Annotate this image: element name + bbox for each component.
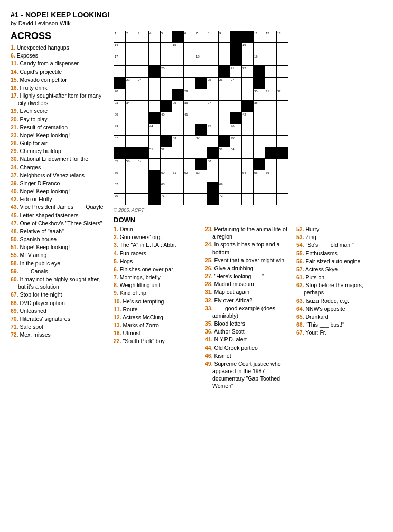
cell-3-5: [172, 66, 184, 78]
cell-3-9: [219, 66, 230, 78]
cell-10-0: [114, 147, 126, 159]
down-clue-28: 28. Madrid museum: [205, 280, 291, 288]
cell-10-8: [207, 147, 219, 159]
across-clue-71: 71. Safe spot: [11, 323, 108, 330]
cell-10-9: 53: [219, 147, 230, 159]
down-clue-67: 67. Your: Fr.: [296, 329, 382, 336]
down-clue-61: 61. Puts on: [296, 273, 382, 281]
cell-9-6: [184, 136, 195, 147]
cell-8-6: [184, 124, 195, 136]
cell-4-1: 23: [126, 78, 137, 89]
cell-9-0: 47: [114, 136, 126, 147]
across-header: ACROSS: [11, 31, 108, 42]
cell-8-13: [265, 124, 277, 136]
cell-5-5: [172, 89, 184, 101]
cell-12-14: [277, 170, 288, 182]
down-clue-8: 8. Weightlifting unit: [114, 281, 200, 289]
across-clue-69: 69. Unleashed: [11, 307, 108, 315]
cell-9-1: [126, 136, 137, 147]
cell-13-4: 68: [161, 182, 172, 194]
cell-0-12: 11: [254, 31, 265, 43]
cell-13-2: [137, 182, 149, 194]
across-clue-29: 29. Chimney buildup: [11, 147, 108, 155]
cell-3-6: [184, 66, 195, 78]
cell-10-7: [195, 147, 207, 159]
cell-0-9: 9: [219, 31, 230, 43]
across-clue-70: 70. Illiterates' signatures: [11, 315, 108, 322]
cell-11-13: [265, 159, 277, 170]
cell-4-0: [114, 78, 126, 89]
cell-8-7: [195, 124, 207, 136]
cell-6-4: [161, 101, 172, 112]
cell-4-7: [195, 78, 207, 89]
across-clue-30: 30. National Endowment for the ___: [11, 155, 108, 163]
cell-12-10: [230, 170, 242, 182]
cell-2-4: [161, 54, 172, 66]
cell-11-12: [254, 159, 265, 170]
cell-7-3: [149, 112, 161, 124]
cell-6-5: 35: [172, 101, 184, 112]
cell-10-11: [242, 147, 254, 159]
cell-7-0: 39: [114, 112, 126, 124]
cell-12-8: [207, 170, 219, 182]
down-clue-66: 66. "This ___ bust!": [296, 321, 382, 328]
across-clue-43: 43. Vice President James ___ Quayle: [11, 203, 108, 211]
across-clue-19: 19. Even score: [11, 107, 108, 115]
across-clue-60: 60. It may not be highly sought after, b…: [11, 276, 108, 290]
cell-8-11: [242, 124, 254, 136]
cell-1-10: [230, 43, 242, 54]
cell-9-9: [219, 136, 230, 147]
cell-13-13: [265, 182, 277, 194]
cell-14-2: [137, 194, 149, 205]
cell-12-1: [126, 170, 137, 182]
down-clue-35: 35. Blood letters: [205, 320, 291, 327]
cell-6-8: 37: [207, 101, 219, 112]
cell-11-6: [184, 159, 195, 170]
cell-12-13: 66: [265, 170, 277, 182]
cell-2-8: [207, 54, 219, 66]
cell-1-3: [149, 43, 161, 54]
cell-5-13: 31: [265, 89, 277, 101]
cell-2-14: [277, 54, 288, 66]
cell-3-3: [149, 66, 161, 78]
cell-11-3: [149, 159, 161, 170]
cell-0-10: [230, 31, 242, 43]
across-clue-21: 21. Result of cremation: [11, 124, 108, 131]
cell-11-5: [172, 159, 184, 170]
cell-1-9: [219, 43, 230, 54]
cell-10-2: [137, 147, 149, 159]
cell-13-14: [277, 182, 288, 194]
cell-1-8: [207, 43, 219, 54]
cell-0-7: 7: [195, 31, 207, 43]
across-clue-42: 42. Fido or Fluffy: [11, 195, 108, 203]
cell-8-0: 43: [114, 124, 126, 136]
cell-4-11: [242, 78, 254, 89]
cell-5-7: [195, 89, 207, 101]
across-clue-16: 16. Fruity drink: [11, 84, 108, 91]
cell-7-13: [265, 112, 277, 124]
cell-0-14: 13: [277, 31, 288, 43]
cell-2-2: [137, 54, 149, 66]
cell-1-2: [137, 43, 149, 54]
cell-9-13: [265, 136, 277, 147]
cell-13-10: [230, 182, 242, 194]
across-clue-1: 1. Unexpected hangups: [11, 44, 108, 51]
byline: by David Levinson Wilk: [11, 20, 382, 26]
cell-3-11: 22: [242, 66, 254, 78]
cell-10-14: [277, 147, 288, 159]
cell-3-14: [277, 66, 288, 78]
cell-13-8: [207, 182, 219, 194]
cell-14-3: [149, 194, 161, 205]
cell-7-2: [137, 112, 149, 124]
across-clue-51: 51. Nope! Keep looking!: [11, 243, 108, 251]
crossword-grid: 1234567891112131415161718192021222324252…: [114, 31, 288, 205]
across-clue-68: 68. DVD player option: [11, 299, 108, 307]
cell-7-5: [172, 112, 184, 124]
down-clues-col3: 52. Hurry53. Zing54. "So's ___ old man!"…: [296, 225, 382, 336]
cell-6-6: 36: [184, 101, 195, 112]
down-clue-63: 63. Isuzu Rodeo, e.g.: [296, 297, 382, 305]
cell-7-14: [277, 112, 288, 124]
cell-1-7: [195, 43, 207, 54]
cell-12-5: 61: [172, 170, 184, 182]
cell-2-6: [184, 54, 195, 66]
